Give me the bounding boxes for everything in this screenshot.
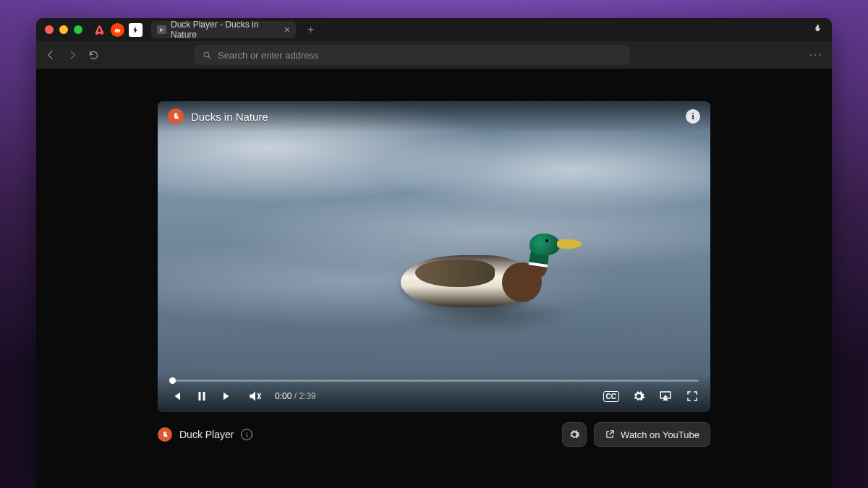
titlebar: Duck Player - Ducks in Nature × + <box>36 18 832 41</box>
svg-point-6 <box>176 114 176 115</box>
video-overlay-bottom: 0:00 / 2:39 CC <box>158 374 710 412</box>
reload-button[interactable] <box>88 50 99 61</box>
player-settings-button[interactable] <box>562 422 587 447</box>
mute-button[interactable] <box>247 389 262 403</box>
maximize-window-button[interactable] <box>74 25 82 34</box>
fullscreen-button[interactable] <box>686 390 699 403</box>
tab-bar: Duck Player - Ducks in Nature × + <box>93 21 314 38</box>
time-display: 0:00 / 2:39 <box>275 391 316 401</box>
address-placeholder: Search or enter address <box>218 50 318 61</box>
watch-label: Watch on YouTube <box>621 429 699 440</box>
close-window-button[interactable] <box>45 25 54 34</box>
tab-title: Duck Player - Ducks in Nature <box>171 20 278 40</box>
video-info-button[interactable]: i <box>686 109 700 124</box>
browser-window: Duck Player - Ducks in Nature × + Search… <box>36 18 832 488</box>
minimize-window-button[interactable] <box>59 25 68 34</box>
new-tab-button[interactable]: + <box>307 23 314 36</box>
ddg-logo-small-icon <box>158 427 172 442</box>
video-title: Ducks in Nature <box>191 111 268 123</box>
svg-point-4 <box>204 52 209 57</box>
video-overlay-top: Ducks in Nature i <box>158 101 710 132</box>
tab-close-button[interactable]: × <box>284 24 290 35</box>
active-tab[interactable]: Duck Player - Ducks in Nature × <box>151 21 296 38</box>
next-button[interactable] <box>221 390 234 403</box>
current-time: 0:00 <box>275 391 292 401</box>
duck-illustration <box>401 235 589 329</box>
captions-button[interactable]: CC <box>603 391 619 402</box>
search-icon <box>203 51 212 60</box>
app-info-button[interactable]: i <box>241 429 252 440</box>
airplay-button[interactable] <box>658 390 673 403</box>
back-button[interactable] <box>45 49 56 61</box>
pause-button[interactable] <box>195 390 208 403</box>
previous-button[interactable] <box>169 390 182 403</box>
ddg-logo-icon <box>168 108 184 124</box>
pinned-tab-app[interactable] <box>129 23 142 37</box>
svg-point-2 <box>116 30 116 30</box>
svg-point-3 <box>118 30 119 30</box>
video-controls: 0:00 / 2:39 CC <box>169 389 699 403</box>
nav-toolbar: Search or enter address ··· <box>36 41 832 69</box>
pinned-tab-reddit[interactable] <box>111 23 124 37</box>
page-content: Ducks in Nature i 0:00 / 2:39 CC <box>36 69 832 488</box>
video-player: Ducks in Nature i 0:00 / 2:39 CC <box>158 101 710 447</box>
app-name-label: Duck Player <box>179 429 234 440</box>
window-controls <box>45 25 82 34</box>
address-bar[interactable]: Search or enter address <box>194 45 630 65</box>
external-link-icon <box>605 429 615 440</box>
seek-bar[interactable] <box>169 380 699 382</box>
player-footer: Duck Player i Watch on YouTube <box>158 422 710 447</box>
seek-knob[interactable] <box>169 377 176 384</box>
pinned-tab-airbnb[interactable] <box>93 23 106 37</box>
svg-point-1 <box>115 28 121 32</box>
fire-button[interactable] <box>812 23 823 37</box>
settings-button[interactable] <box>632 390 645 403</box>
duration: 2:39 <box>299 391 315 401</box>
video-area[interactable]: Ducks in Nature i 0:00 / 2:39 CC <box>158 101 710 412</box>
forward-button[interactable] <box>67 49 78 61</box>
play-icon <box>157 25 166 34</box>
watch-on-youtube-button[interactable]: Watch on YouTube <box>594 422 710 447</box>
overflow-menu-button[interactable]: ··· <box>809 48 823 61</box>
svg-point-8 <box>165 433 166 434</box>
video-frame <box>158 101 710 412</box>
